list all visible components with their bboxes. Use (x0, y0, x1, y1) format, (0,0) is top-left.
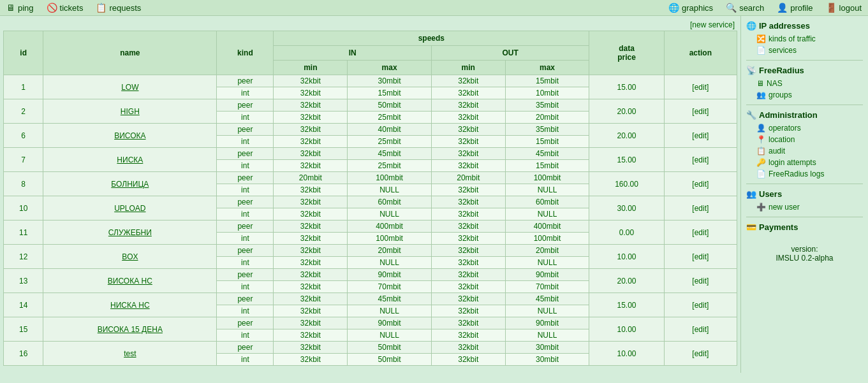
service-name-link[interactable]: LOW (121, 83, 138, 92)
sidebar-item-FreeRadius-logs[interactable]: 📄FreeRadius logs (746, 168, 863, 180)
sidebar-item-groups[interactable]: 👥groups (746, 89, 863, 101)
service-name-link[interactable]: ВИСОКА НС (108, 277, 152, 285)
sidebar-section-header-3[interactable]: 👥Users (746, 189, 863, 199)
cell-price: 20.00 (589, 124, 664, 148)
edit-link[interactable]: [edit] (692, 155, 709, 164)
cell-in-max: 400mbit (348, 220, 432, 233)
service-name-link[interactable]: БОЛНИЦА (111, 180, 149, 189)
new-service-bar: [new service] (3, 19, 737, 31)
sidebar-item-audit[interactable]: 📋audit (746, 145, 863, 157)
cell-in-max: 90mbit (348, 269, 432, 281)
col-out-max: max (505, 61, 589, 75)
edit-link[interactable]: [edit] (692, 107, 709, 116)
table-row: 2HIGHpeer32kbit50mbit32kbit35mbit20.00[e… (4, 99, 737, 112)
table-row: 6ВИСОКАpeer32kbit40mbit32kbit35mbit20.00… (4, 124, 737, 136)
table-row: 8БОЛНИЦАpeer20mbit100mbit20mbit100mbit16… (4, 172, 737, 184)
edit-link[interactable]: [edit] (692, 252, 709, 261)
col-out: OUT (431, 46, 589, 61)
cell-kind: int (217, 257, 274, 269)
tickets-label: tickets (60, 3, 84, 13)
sidebar-item-operators[interactable]: 👤operators (746, 122, 863, 134)
col-in-min: min (274, 61, 348, 75)
sidebar-item-login-attempts[interactable]: 🔑login attempts (746, 157, 863, 168)
sidebar-section-header-1[interactable]: 📡FreeRadius (746, 66, 863, 75)
edit-link[interactable]: [edit] (692, 204, 709, 213)
service-name-link[interactable]: НИСКА НС (110, 301, 150, 310)
cell-out-min: 32kbit (431, 196, 505, 208)
edit-link[interactable]: [edit] (692, 228, 709, 237)
service-name-link[interactable]: test (124, 349, 136, 358)
service-name-link[interactable]: HIGH (121, 107, 140, 116)
sidebar-divider (746, 217, 863, 217)
table-row: 10UPLOADpeer32kbit60mbit32kbit60mbit30.0… (4, 196, 737, 208)
cell-out-min: 20mbit (431, 172, 505, 184)
cell-out-max: 30mbit (505, 342, 589, 354)
cell-out-max: 90mbit (505, 317, 589, 329)
sidebar-header-label-0: IP addresses (759, 21, 810, 31)
nav-search[interactable]: 🔍 search (726, 3, 764, 13)
cell-price: 10.00 (589, 245, 664, 269)
cell-out-max: 15mbit (505, 160, 589, 172)
cell-id: 8 (4, 172, 43, 196)
sidebar-item-location[interactable]: 📍location (746, 134, 863, 145)
cell-out-max: 90mbit (505, 269, 589, 281)
cell-in-min: 32kbit (274, 281, 348, 293)
cell-in-max: 50mbit (348, 99, 432, 112)
nav-graphics[interactable]: 🌐 graphics (668, 3, 713, 13)
cell-out-min: 32kbit (431, 329, 505, 342)
service-name-link[interactable]: ВИСОКА (114, 131, 145, 140)
cell-in-max: 100mbit (348, 172, 432, 184)
cell-in-min: 32kbit (274, 317, 348, 329)
cell-out-max: NULL (505, 208, 589, 220)
service-name-link[interactable]: НИСКА (117, 155, 143, 164)
service-name-link[interactable]: СЛУЖЕБНИ (108, 228, 152, 237)
edit-link[interactable]: [edit] (692, 180, 709, 189)
col-id: id (4, 31, 43, 75)
sidebar-item-new-user[interactable]: ➕new user (746, 201, 863, 213)
edit-link[interactable]: [edit] (692, 83, 709, 92)
new-service-link[interactable]: [new service] (690, 20, 735, 29)
sidebar-item-icon: 🖥 (756, 79, 764, 88)
cell-in-min: 32kbit (274, 99, 348, 112)
sidebar-section-0: 🌐IP addresses🔀kinds of traffic📄services (746, 21, 863, 61)
edit-link[interactable]: [edit] (692, 325, 709, 334)
edit-link[interactable]: [edit] (692, 277, 709, 285)
sidebar-section-header-4[interactable]: 💳Payments (746, 222, 863, 232)
sidebar-item-kinds-of-traffic[interactable]: 🔀kinds of traffic (746, 33, 863, 45)
sidebar-section-3: 👥Users➕new user (746, 189, 863, 217)
sidebar-item-label: operators (769, 124, 801, 133)
cell-out-min: 32kbit (431, 257, 505, 269)
sidebar-item-NAS[interactable]: 🖥NAS (746, 78, 863, 89)
profile-icon: 👤 (777, 3, 788, 13)
cell-out-min: 32kbit (431, 136, 505, 148)
cell-id: 2 (4, 99, 43, 124)
sidebar-divider (746, 105, 863, 105)
sidebar-item-label: login attempts (769, 158, 816, 167)
sidebar-item-icon: 📍 (756, 135, 766, 144)
cell-id: 11 (4, 220, 43, 245)
cell-in-max: 60mbit (348, 196, 432, 208)
cell-in-min: 32kbit (274, 87, 348, 99)
nav-requests[interactable]: 📋 requests (96, 3, 141, 13)
edit-link[interactable]: [edit] (692, 131, 709, 140)
cell-in-max: 20mbit (348, 245, 432, 257)
nav-logout[interactable]: 🚪 logout (826, 3, 862, 13)
col-kind: kind (217, 31, 274, 75)
cell-out-max: 70mbit (505, 281, 589, 293)
ping-icon: 🖥 (6, 3, 15, 13)
nav-ping[interactable]: 🖥 ping (6, 3, 34, 13)
sidebar-section-header-2[interactable]: 🔧Administration (746, 110, 863, 120)
version-value: IMSLU 0.2-alpha (776, 254, 833, 263)
edit-link[interactable]: [edit] (692, 349, 709, 358)
tickets-icon: 🚫 (47, 3, 57, 13)
service-name-link[interactable]: ВИСОКА 15 ДЕНА (98, 325, 163, 334)
edit-link[interactable]: [edit] (692, 301, 709, 310)
sidebar-header-label-3: Users (759, 189, 782, 199)
service-name-link[interactable]: BOX (122, 252, 138, 261)
sidebar-item-services[interactable]: 📄services (746, 45, 863, 56)
sidebar-section-header-0[interactable]: 🌐IP addresses (746, 21, 863, 31)
nav-profile[interactable]: 👤 profile (777, 3, 813, 13)
cell-in-min: 32kbit (274, 136, 348, 148)
service-name-link[interactable]: UPLOAD (114, 204, 145, 213)
nav-tickets[interactable]: 🚫 tickets (47, 3, 84, 13)
